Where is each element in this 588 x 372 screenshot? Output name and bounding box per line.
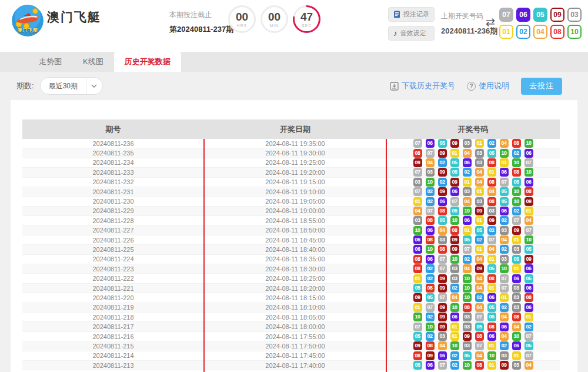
bet-record-button[interactable]: 投注记录 (388, 7, 435, 22)
countdown-minutes: 00 MIN (260, 5, 288, 33)
lottery-ball-04: 04 (500, 139, 509, 148)
period-filter-dropdown[interactable]: 最近30期 (40, 77, 103, 95)
lottery-ball-09: 09 (438, 168, 447, 177)
lottery-ball-09: 09 (438, 303, 447, 312)
lottery-ball-03: 03 (438, 235, 447, 244)
lottery-ball-09: 09 (524, 197, 533, 206)
lottery-ball-06: 06 (500, 168, 509, 177)
lottery-ball-07: 07 (438, 264, 447, 273)
lottery-ball-03: 03 (475, 158, 484, 167)
lottery-ball-07: 07 (512, 216, 521, 225)
lottery-ball-03: 03 (500, 351, 509, 360)
deadline-block: 本期投注截止 第20240811-237期 (169, 10, 233, 35)
draw-numbers-cell: 01070910080405020306 (386, 303, 560, 312)
draw-date-cell: 2024-08-11 19:10:00 (204, 188, 386, 195)
draw-numbers-cell: 08020703040905100106 (386, 264, 560, 273)
table-row: 20240811-2352024-08-11 19:30:00080709010… (22, 148, 560, 158)
usage-help-link[interactable]: ? 使用说明 (467, 81, 509, 91)
lottery-ball-01: 01 (413, 197, 422, 206)
column-header-numbers: 开奖号码 (386, 119, 560, 139)
lottery-ball-01: 01 (512, 351, 521, 360)
countdown-minutes-value: 00 (268, 11, 280, 22)
draw-numbers-cell: 09080410030701020605 (386, 341, 560, 350)
lottery-ball-04: 04 (450, 293, 459, 302)
lottery-ball-08: 08 (512, 139, 521, 148)
lottery-ball-05: 05 (487, 264, 496, 273)
draw-date-cell: 2024-08-11 18:15:00 (204, 294, 386, 301)
draw-numbers-cell: 03100209010408070506 (386, 178, 560, 187)
lottery-ball-06: 06 (413, 235, 422, 244)
swap-icon[interactable]: ⇄ (486, 15, 495, 29)
lottery-ball-08: 08 (487, 158, 496, 167)
lottery-ball-10: 10 (463, 274, 472, 283)
last-draw-balls: 07060509030102040810 (499, 8, 582, 39)
lottery-ball-02: 02 (426, 332, 435, 341)
lottery-ball-10: 10 (450, 303, 459, 312)
lottery-ball-07: 07 (487, 235, 496, 244)
lottery-ball-06: 06 (426, 226, 435, 235)
table-row: 20240811-2262024-08-11 18:45:00060803090… (22, 235, 560, 245)
lottery-ball-04: 04 (475, 284, 484, 293)
last-draw-ball-07: 07 (499, 8, 513, 22)
lottery-ball-09: 09 (512, 226, 521, 235)
go-bet-button[interactable]: 去投注 (521, 78, 562, 95)
lottery-ball-04: 04 (500, 235, 509, 244)
lottery-ball-03: 03 (463, 341, 472, 350)
lottery-ball-01: 01 (450, 332, 459, 341)
draw-numbers-cell: 04070805100903060201 (386, 207, 560, 215)
lottery-ball-05: 05 (413, 332, 422, 341)
lottery-ball-03: 03 (463, 139, 472, 148)
lottery-ball-06: 06 (463, 158, 472, 167)
lottery-ball-02: 02 (475, 235, 484, 244)
lottery-ball-07: 07 (426, 303, 435, 312)
lottery-ball-10: 10 (512, 197, 521, 206)
lottery-ball-05: 05 (500, 187, 509, 196)
lottery-ball-10: 10 (463, 207, 472, 215)
lottery-ball-07: 07 (500, 274, 509, 283)
tab-trend-chart[interactable]: 走势图 (28, 52, 72, 72)
lottery-ball-04: 04 (524, 361, 533, 370)
draw-date-cell: 2024-08-11 18:10:00 (204, 304, 386, 311)
lottery-ball-08: 08 (512, 313, 521, 321)
period-cell: 20240811-234 (22, 159, 204, 166)
draw-date-cell: 2024-08-11 19:30:00 (204, 150, 386, 157)
table-row: 20240811-2222024-08-11 18:25:00010209031… (22, 274, 560, 283)
lottery-ball-06: 06 (413, 245, 422, 254)
period-cell: 20240811-227 (22, 227, 204, 234)
history-table: 期号 开奖日期 开奖号码 20240811-2362024-08-11 19:3… (22, 119, 560, 372)
period-filter-label: 期数: (16, 81, 34, 91)
lottery-ball-06: 06 (524, 303, 533, 312)
tab-k-line[interactable]: K线图 (72, 52, 114, 72)
bet-record-label: 投注记录 (403, 10, 429, 19)
period-cell: 20240811-228 (22, 217, 204, 224)
tab-history-data[interactable]: 历史开奖数据 (114, 52, 181, 72)
draw-date-cell: 2024-08-11 19:05:00 (204, 198, 386, 205)
period-cell: 20240811-217 (22, 323, 204, 330)
lottery-ball-03: 03 (475, 197, 484, 206)
lottery-ball-09: 09 (450, 139, 459, 148)
lottery-ball-04: 04 (426, 158, 435, 167)
toolbar: 期数: 最近30期 下载历史开奖号 ? 使用说明 去投注 (0, 72, 588, 100)
lottery-ball-04: 04 (413, 207, 422, 215)
sound-setting-button[interactable]: ♪ 音效设定 (388, 26, 435, 41)
lottery-ball-04: 04 (500, 332, 509, 341)
lottery-ball-04: 04 (463, 149, 472, 158)
lottery-ball-01: 01 (500, 293, 509, 302)
download-history-link[interactable]: 下载历史开奖号 (390, 81, 455, 91)
lottery-ball-10: 10 (524, 168, 533, 177)
last-draw-ball-01: 01 (499, 25, 513, 39)
lottery-ball-05: 05 (512, 178, 521, 187)
lottery-ball-06: 06 (450, 313, 459, 321)
draw-date-cell: 2024-08-11 18:45:00 (204, 237, 386, 244)
lottery-ball-08: 08 (487, 274, 496, 283)
lottery-ball-03: 03 (450, 274, 459, 283)
draw-numbers-cell: 05080902100401070306 (386, 284, 560, 293)
lottery-ball-10: 10 (512, 158, 521, 167)
lottery-ball-02: 02 (475, 293, 484, 302)
draw-numbers-cell: 08070901040305100206 (386, 149, 560, 158)
period-cell: 20240811-232 (22, 178, 204, 185)
period-cell: 20240811-220 (22, 294, 204, 301)
lottery-ball-01: 01 (413, 303, 422, 312)
lottery-ball-09: 09 (426, 351, 435, 360)
period-cell: 20240811-229 (22, 207, 204, 214)
